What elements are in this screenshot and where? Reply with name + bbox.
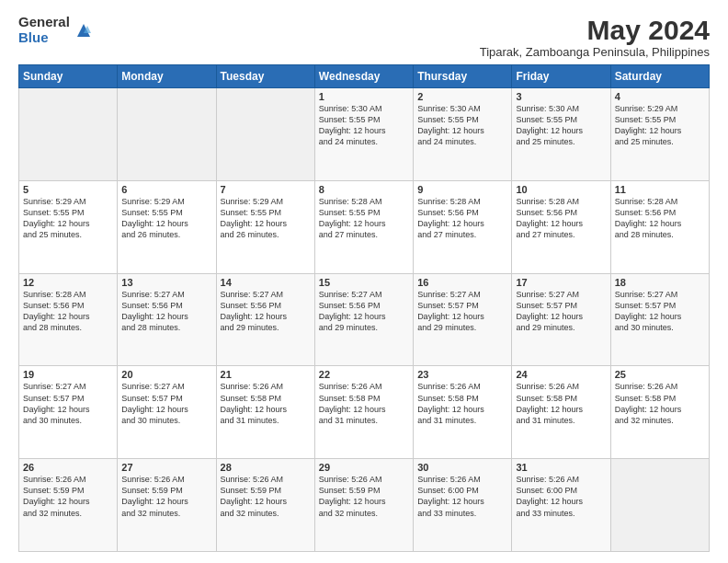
day-details: Sunrise: 5:27 AM Sunset: 5:56 PM Dayligh… xyxy=(121,289,211,334)
subtitle: Tiparak, Zamboanga Peninsula, Philippine… xyxy=(480,45,710,59)
calendar-cell: 5Sunrise: 5:29 AM Sunset: 5:55 PM Daylig… xyxy=(19,180,118,273)
calendar-week-4: 19Sunrise: 5:27 AM Sunset: 5:57 PM Dayli… xyxy=(19,366,710,459)
day-details: Sunrise: 5:26 AM Sunset: 5:59 PM Dayligh… xyxy=(121,474,211,519)
title-block: May 2024 Tiparak, Zamboanga Peninsula, P… xyxy=(480,15,710,59)
calendar-cell: 4Sunrise: 5:29 AM Sunset: 5:55 PM Daylig… xyxy=(610,88,709,181)
header-saturday: Saturday xyxy=(610,65,709,88)
day-number: 1 xyxy=(319,91,409,102)
calendar-cell: 21Sunrise: 5:26 AM Sunset: 5:58 PM Dayli… xyxy=(216,366,314,459)
day-number: 17 xyxy=(516,277,606,288)
day-details: Sunrise: 5:26 AM Sunset: 5:59 PM Dayligh… xyxy=(221,474,311,519)
header-thursday: Thursday xyxy=(414,65,512,88)
header-sunday: Sunday xyxy=(19,65,118,88)
calendar-cell: 18Sunrise: 5:27 AM Sunset: 5:57 PM Dayli… xyxy=(610,273,709,366)
day-details: Sunrise: 5:26 AM Sunset: 5:59 PM Dayligh… xyxy=(319,474,409,519)
day-details: Sunrise: 5:27 AM Sunset: 5:57 PM Dayligh… xyxy=(615,289,705,334)
day-number: 9 xyxy=(417,184,507,195)
calendar-week-2: 5Sunrise: 5:29 AM Sunset: 5:55 PM Daylig… xyxy=(19,180,710,273)
day-header-row: Sunday Monday Tuesday Wednesday Thursday… xyxy=(19,65,710,88)
calendar-table: Sunday Monday Tuesday Wednesday Thursday… xyxy=(18,64,710,552)
day-number: 31 xyxy=(516,462,606,473)
logo-text: General Blue xyxy=(18,15,70,45)
calendar-cell: 19Sunrise: 5:27 AM Sunset: 5:57 PM Dayli… xyxy=(19,366,118,459)
day-details: Sunrise: 5:28 AM Sunset: 5:56 PM Dayligh… xyxy=(516,196,606,241)
day-details: Sunrise: 5:27 AM Sunset: 5:57 PM Dayligh… xyxy=(23,381,113,426)
day-number: 7 xyxy=(221,184,311,195)
calendar-cell: 28Sunrise: 5:26 AM Sunset: 5:59 PM Dayli… xyxy=(216,459,314,552)
day-number: 27 xyxy=(121,462,211,473)
day-number: 24 xyxy=(516,369,606,380)
day-details: Sunrise: 5:30 AM Sunset: 5:55 PM Dayligh… xyxy=(417,103,507,148)
calendar-cell: 8Sunrise: 5:28 AM Sunset: 5:55 PM Daylig… xyxy=(314,180,413,273)
calendar-cell: 2Sunrise: 5:30 AM Sunset: 5:55 PM Daylig… xyxy=(414,88,512,181)
day-number: 16 xyxy=(417,277,507,288)
day-number: 15 xyxy=(319,277,409,288)
day-number: 6 xyxy=(121,184,211,195)
day-number: 4 xyxy=(615,91,705,102)
calendar-cell: 23Sunrise: 5:26 AM Sunset: 5:58 PM Dayli… xyxy=(414,366,512,459)
day-details: Sunrise: 5:28 AM Sunset: 5:56 PM Dayligh… xyxy=(23,289,113,334)
day-details: Sunrise: 5:26 AM Sunset: 6:00 PM Dayligh… xyxy=(417,474,507,519)
calendar-cell: 11Sunrise: 5:28 AM Sunset: 5:56 PM Dayli… xyxy=(610,180,709,273)
calendar-cell xyxy=(610,459,709,552)
page: General Blue May 2024 Tiparak, Zamboanga… xyxy=(0,0,728,563)
logo: General Blue xyxy=(18,15,94,45)
logo-icon xyxy=(74,20,94,40)
day-details: Sunrise: 5:27 AM Sunset: 5:57 PM Dayligh… xyxy=(121,381,211,426)
day-details: Sunrise: 5:26 AM Sunset: 5:58 PM Dayligh… xyxy=(319,381,409,426)
header-tuesday: Tuesday xyxy=(216,65,314,88)
logo-general: General xyxy=(18,15,70,30)
day-details: Sunrise: 5:27 AM Sunset: 5:56 PM Dayligh… xyxy=(221,289,311,334)
calendar-cell: 31Sunrise: 5:26 AM Sunset: 6:00 PM Dayli… xyxy=(512,459,610,552)
calendar-cell: 27Sunrise: 5:26 AM Sunset: 5:59 PM Dayli… xyxy=(118,459,216,552)
day-details: Sunrise: 5:27 AM Sunset: 5:57 PM Dayligh… xyxy=(516,289,606,334)
calendar-cell: 16Sunrise: 5:27 AM Sunset: 5:57 PM Dayli… xyxy=(414,273,512,366)
calendar-week-1: 1Sunrise: 5:30 AM Sunset: 5:55 PM Daylig… xyxy=(19,88,710,181)
day-details: Sunrise: 5:27 AM Sunset: 5:57 PM Dayligh… xyxy=(417,289,507,334)
calendar-cell: 17Sunrise: 5:27 AM Sunset: 5:57 PM Dayli… xyxy=(512,273,610,366)
day-details: Sunrise: 5:29 AM Sunset: 5:55 PM Dayligh… xyxy=(121,196,211,241)
day-number: 29 xyxy=(319,462,409,473)
day-number: 11 xyxy=(615,184,705,195)
calendar-cell: 26Sunrise: 5:26 AM Sunset: 5:59 PM Dayli… xyxy=(19,459,118,552)
calendar-week-5: 26Sunrise: 5:26 AM Sunset: 5:59 PM Dayli… xyxy=(19,459,710,552)
day-details: Sunrise: 5:26 AM Sunset: 5:58 PM Dayligh… xyxy=(221,381,311,426)
day-number: 21 xyxy=(221,369,311,380)
day-details: Sunrise: 5:26 AM Sunset: 5:58 PM Dayligh… xyxy=(516,381,606,426)
calendar-cell xyxy=(19,88,118,181)
calendar-cell: 1Sunrise: 5:30 AM Sunset: 5:55 PM Daylig… xyxy=(314,88,413,181)
calendar-header: Sunday Monday Tuesday Wednesday Thursday… xyxy=(19,65,710,88)
calendar-cell: 29Sunrise: 5:26 AM Sunset: 5:59 PM Dayli… xyxy=(314,459,413,552)
day-number: 18 xyxy=(615,277,705,288)
day-details: Sunrise: 5:27 AM Sunset: 5:56 PM Dayligh… xyxy=(319,289,409,334)
day-number: 20 xyxy=(121,369,211,380)
calendar-cell: 3Sunrise: 5:30 AM Sunset: 5:55 PM Daylig… xyxy=(512,88,610,181)
header-wednesday: Wednesday xyxy=(314,65,413,88)
day-details: Sunrise: 5:26 AM Sunset: 5:59 PM Dayligh… xyxy=(23,474,113,519)
day-number: 30 xyxy=(417,462,507,473)
calendar-cell: 10Sunrise: 5:28 AM Sunset: 5:56 PM Dayli… xyxy=(512,180,610,273)
calendar-cell xyxy=(216,88,314,181)
calendar-cell: 9Sunrise: 5:28 AM Sunset: 5:56 PM Daylig… xyxy=(414,180,512,273)
header-monday: Monday xyxy=(118,65,216,88)
day-details: Sunrise: 5:26 AM Sunset: 6:00 PM Dayligh… xyxy=(516,474,606,519)
calendar-cell: 22Sunrise: 5:26 AM Sunset: 5:58 PM Dayli… xyxy=(314,366,413,459)
calendar-cell: 12Sunrise: 5:28 AM Sunset: 5:56 PM Dayli… xyxy=(19,273,118,366)
calendar-cell: 6Sunrise: 5:29 AM Sunset: 5:55 PM Daylig… xyxy=(118,180,216,273)
day-number: 13 xyxy=(121,277,211,288)
calendar-cell: 14Sunrise: 5:27 AM Sunset: 5:56 PM Dayli… xyxy=(216,273,314,366)
header: General Blue May 2024 Tiparak, Zamboanga… xyxy=(18,15,710,59)
day-details: Sunrise: 5:29 AM Sunset: 5:55 PM Dayligh… xyxy=(23,196,113,241)
calendar-week-3: 12Sunrise: 5:28 AM Sunset: 5:56 PM Dayli… xyxy=(19,273,710,366)
day-number: 22 xyxy=(319,369,409,380)
day-details: Sunrise: 5:28 AM Sunset: 5:55 PM Dayligh… xyxy=(319,196,409,241)
day-number: 3 xyxy=(516,91,606,102)
calendar-cell: 24Sunrise: 5:26 AM Sunset: 5:58 PM Dayli… xyxy=(512,366,610,459)
logo-blue: Blue xyxy=(18,30,70,46)
main-title: May 2024 xyxy=(480,15,710,45)
day-number: 25 xyxy=(615,369,705,380)
day-number: 14 xyxy=(221,277,311,288)
day-details: Sunrise: 5:30 AM Sunset: 5:55 PM Dayligh… xyxy=(319,103,409,148)
calendar-cell xyxy=(118,88,216,181)
day-details: Sunrise: 5:28 AM Sunset: 5:56 PM Dayligh… xyxy=(615,196,705,241)
